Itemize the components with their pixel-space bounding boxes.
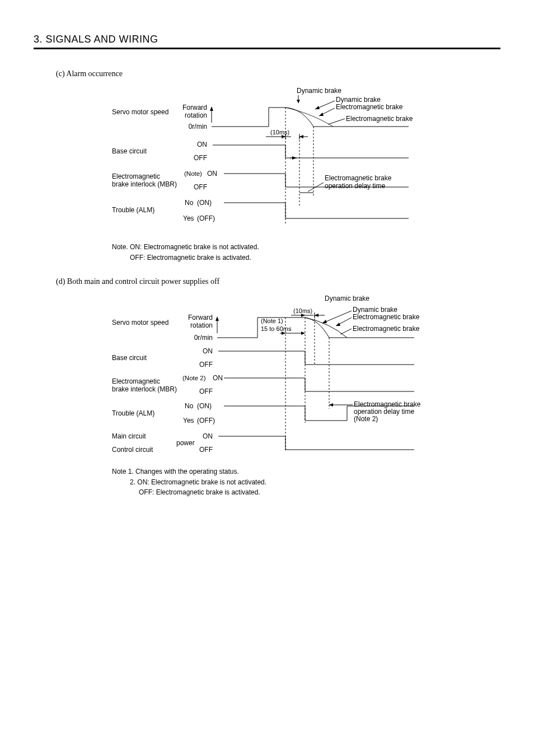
svg-text:ON: ON <box>207 170 217 178</box>
svg-marker-5 <box>319 113 324 116</box>
diagram-d: Dynamic brake Dynamic brake Electromagne… <box>112 294 500 456</box>
svg-text:Control circuit: Control circuit <box>112 446 153 454</box>
svg-line-6 <box>328 119 345 124</box>
timing-chart-d: Dynamic brake Dynamic brake Electromagne… <box>112 294 437 456</box>
svg-marker-11 <box>210 106 213 111</box>
svg-text:(ON): (ON) <box>197 199 212 207</box>
svg-marker-56 <box>322 320 327 323</box>
dynbrake-top-d: Dynamic brake <box>325 295 369 302</box>
svg-text:brake interlock (MBR): brake interlock (MBR) <box>112 385 177 393</box>
svg-text:ON: ON <box>213 374 223 382</box>
svg-text:(Note 1): (Note 1) <box>261 318 283 324</box>
svg-text:OFF: OFF <box>199 361 213 368</box>
svg-text:Yes: Yes <box>183 417 194 424</box>
note-d-1: Note 1. Changes with the operating statu… <box>112 466 500 477</box>
callout-emb2: Electromagnetic brake <box>346 115 413 123</box>
row-speed-label: Servo motor speed <box>112 108 168 116</box>
svg-text:(OFF): (OFF) <box>197 417 215 424</box>
dynbrake-top: Dynamic brake <box>297 87 341 95</box>
svg-marker-102 <box>329 403 333 407</box>
note-c-1: Note. ON: Electromagnetic brake is not a… <box>112 242 500 253</box>
svg-text:ON: ON <box>203 347 213 355</box>
svg-text:(OFF): (OFF) <box>197 214 215 222</box>
svg-text:(ON): (ON) <box>197 402 212 410</box>
svg-text:(Note 2): (Note 2) <box>354 415 378 423</box>
svg-text:Trouble (ALM): Trouble (ALM) <box>112 206 154 214</box>
svg-text:ON: ON <box>197 141 207 148</box>
svg-text:(10ms): (10ms) <box>293 307 312 314</box>
svg-text:Electromagnetic brake: Electromagnetic brake <box>353 325 420 333</box>
callout-db: Dynamic brake <box>336 96 381 104</box>
mbr-callout: Electromagnetic brake <box>325 174 392 182</box>
svg-text:(Note): (Note) <box>184 170 202 177</box>
svg-text:Forward: Forward <box>182 104 207 111</box>
svg-text:OFF: OFF <box>194 154 207 162</box>
callout-emb: Electromagnetic brake <box>336 103 403 111</box>
svg-text:0r/min: 0r/min <box>194 334 213 342</box>
svg-text:power: power <box>176 439 195 447</box>
svg-line-55 <box>322 311 352 323</box>
svg-marker-66 <box>216 316 219 321</box>
svg-text:No: No <box>185 402 194 410</box>
svg-text:Electromagnetic: Electromagnetic <box>112 172 160 180</box>
svg-text:Forward: Forward <box>188 314 213 321</box>
svg-text:Base circuit: Base circuit <box>112 354 147 362</box>
svg-text:Servo motor speed: Servo motor speed <box>112 319 168 326</box>
note-c: Note. ON: Electromagnetic brake is not a… <box>112 242 500 263</box>
svg-text:Trouble (ALM): Trouble (ALM) <box>112 409 154 417</box>
caption-c: (c) Alarm occurrence <box>56 69 500 78</box>
timing-chart-c: Dynamic brake Dynamic brake Electromagne… <box>112 86 431 232</box>
svg-text:OFF: OFF <box>194 183 207 191</box>
svg-text:ON: ON <box>203 432 213 440</box>
svg-text:(Note 2): (Note 2) <box>182 375 206 381</box>
svg-text:Main circuit: Main circuit <box>112 432 146 440</box>
svg-text:rotation: rotation <box>190 321 213 329</box>
svg-text:rotation: rotation <box>185 111 207 119</box>
svg-text:OFF: OFF <box>199 388 213 395</box>
svg-text:Electromagnetic brake: Electromagnetic brake <box>353 313 420 321</box>
diagram-c: Dynamic brake Dynamic brake Electromagne… <box>112 86 500 232</box>
svg-text:operation delay time: operation delay time <box>354 408 414 416</box>
svg-text:operation delay time: operation delay time <box>325 182 385 190</box>
svg-text:Dynamic brake: Dynamic brake <box>353 306 397 314</box>
note-d: Note 1. Changes with the operating statu… <box>112 466 500 498</box>
svg-marker-3 <box>315 106 320 109</box>
note-d-3: OFF: Electromagnetic brake is activated. <box>139 487 500 498</box>
svg-marker-58 <box>336 323 340 326</box>
svg-text:brake interlock (MBR): brake interlock (MBR) <box>112 180 177 188</box>
svg-marker-1 <box>297 100 300 103</box>
svg-text:(10ms): (10ms) <box>270 129 289 136</box>
svg-text:0r/min: 0r/min <box>189 123 207 130</box>
note-d-2: 2. ON: Electromagnetic brake is not acti… <box>130 477 500 488</box>
svg-marker-82 <box>301 332 305 335</box>
caption-d: (d) Both main and control circuit power … <box>56 277 500 286</box>
section-header: 3. SIGNALS AND WIRING <box>34 34 500 49</box>
svg-text:Electromagnetic brake: Electromagnetic brake <box>354 400 421 408</box>
svg-text:15 to 60ms: 15 to 60ms <box>261 325 292 332</box>
svg-text:No: No <box>185 199 194 207</box>
svg-text:Electromagnetic: Electromagnetic <box>112 377 160 385</box>
svg-text:Yes: Yes <box>183 214 194 222</box>
svg-text:OFF: OFF <box>199 446 213 454</box>
note-c-2: OFF: Electromagnetic brake is activated. <box>130 253 500 263</box>
svg-text:Base circuit: Base circuit <box>112 147 147 155</box>
